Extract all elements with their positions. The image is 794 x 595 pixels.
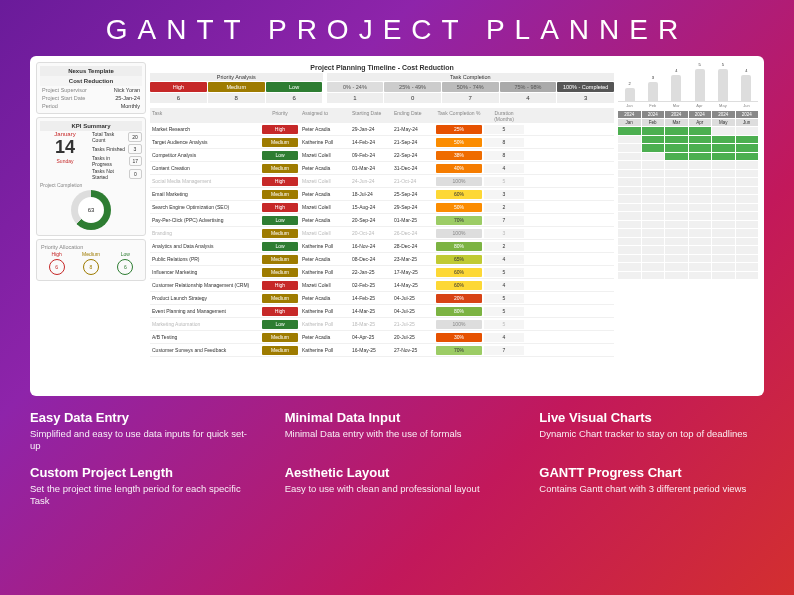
gantt-year[interactable]: 2024 — [642, 111, 665, 118]
feature-item: GANTT Progress ChartContains Gantt chart… — [539, 465, 764, 508]
table-row[interactable]: Target Audience AnalysisMediumKatherine … — [150, 136, 614, 149]
tc-2[interactable]: 50% - 74% — [442, 82, 499, 92]
chart-label: Mar — [673, 103, 680, 108]
col-completion[interactable]: Task Completion % — [434, 108, 484, 123]
template-info: Nexus Template Cost Reduction Project Su… — [36, 62, 146, 114]
table-row[interactable]: Search Engine Optimization (SEO)HighMaze… — [150, 201, 614, 214]
period-label: Period — [42, 103, 58, 109]
gantt-month[interactable]: Apr — [689, 119, 712, 126]
gantt-year[interactable]: 2024 — [665, 111, 688, 118]
gantt-row — [618, 238, 758, 246]
tc-4[interactable]: 100% - Completed — [557, 82, 614, 92]
pa-c1: 8 — [208, 93, 265, 103]
table-row[interactable]: BrandingMediumMazeti Colell20-Oct-2426-D… — [150, 227, 614, 240]
period-value[interactable]: Monthly — [121, 103, 140, 109]
col-priority[interactable]: Priority — [260, 108, 300, 123]
table-row[interactable]: Market ResearchHighPeter Acadia29-Jan-24… — [150, 123, 614, 136]
gantt-row — [618, 153, 758, 161]
chart-bar: 5 — [718, 69, 728, 102]
table-row[interactable]: Social Media ManagementHighMazeti Colell… — [150, 175, 614, 188]
gantt-row — [618, 229, 758, 237]
kpi-summary: KPI Summary January 14 Sunday Total Task… — [36, 117, 146, 236]
gantt-month[interactable]: Jun — [736, 119, 759, 126]
col-end[interactable]: Ending Date — [392, 108, 434, 123]
tcc-2: 7 — [442, 93, 499, 103]
feature-item: Custom Project LengthSet the project tim… — [30, 465, 255, 508]
task-completion-title: Task Completion — [327, 73, 615, 81]
feature-item: Live Visual ChartsDynamic Chart tracker … — [539, 410, 764, 453]
col-task[interactable]: Task — [150, 108, 260, 123]
prio-item: High6 — [49, 251, 65, 277]
task-table: Task Priority Assigned to Starting Date … — [150, 108, 614, 390]
month-chart: 234554 — [618, 62, 758, 102]
gantt-row — [618, 144, 758, 152]
table-row[interactable]: Event Planning and ManagementHighKatheri… — [150, 305, 614, 318]
tc-0[interactable]: 0% - 24% — [327, 82, 384, 92]
table-row[interactable]: Influencer MarketingMediumKatherine Poll… — [150, 266, 614, 279]
tcc-0: 1 — [327, 93, 384, 103]
page-title: GANTT PROJECT PLANNER — [30, 14, 764, 46]
chart-bar: 4 — [671, 75, 681, 101]
gantt-month[interactable]: Feb — [642, 119, 665, 126]
prio-item: Medium8 — [82, 251, 100, 277]
pa-low[interactable]: Low — [266, 82, 323, 92]
gantt-row — [618, 170, 758, 178]
gantt-month[interactable]: May — [712, 119, 735, 126]
start-value[interactable]: 25-Jan-24 — [115, 95, 140, 101]
tc-3[interactable]: 75% - 98% — [500, 82, 557, 92]
gantt-year[interactable]: 2024 — [736, 111, 759, 118]
chart-bar: 2 — [625, 88, 635, 101]
gantt-row — [618, 204, 758, 212]
gantt-month[interactable]: Jan — [618, 119, 641, 126]
table-row[interactable]: Marketing AutomationLowKatherine Poll18-… — [150, 318, 614, 331]
feature-item: Aesthetic LayoutEasy to use with clean a… — [285, 465, 510, 508]
gantt-row — [618, 212, 758, 220]
kpi-item: Tasks in Progress17 — [92, 155, 142, 167]
priority-allocation: Priority Allocation High6Medium8Low6 — [36, 239, 146, 281]
gantt-year[interactable]: 2024 — [618, 111, 641, 118]
gantt-chart: 202420242024202420242024 JanFebMarAprMay… — [618, 111, 758, 279]
gantt-row — [618, 195, 758, 203]
gantt-year[interactable]: 2024 — [712, 111, 735, 118]
tc-1[interactable]: 25% - 49% — [384, 82, 441, 92]
table-row[interactable]: Customer Surveys and FeedbackMediumKathe… — [150, 344, 614, 357]
col-duration[interactable]: Duration (Months) — [484, 108, 524, 123]
chart-label: Feb — [649, 103, 656, 108]
completion-donut — [71, 190, 111, 230]
table-row[interactable]: Customer Relationship Management (CRM)Hi… — [150, 279, 614, 292]
gantt-row — [618, 127, 758, 135]
kpi-dow: Sunday — [40, 158, 90, 164]
start-label: Project Start Date — [42, 95, 85, 101]
chart-label: Jan — [626, 103, 632, 108]
gantt-row — [618, 272, 758, 280]
pa-med[interactable]: Medium — [208, 82, 265, 92]
kpi-day: 14 — [40, 137, 90, 158]
gantt-month[interactable]: Mar — [665, 119, 688, 126]
pa-high[interactable]: High — [150, 82, 207, 92]
feature-item: Minimal Data InputMinimal Data entry wit… — [285, 410, 510, 453]
gantt-year[interactable]: 2024 — [689, 111, 712, 118]
table-row[interactable]: Public Relations (PR)MediumPeter Acadia0… — [150, 253, 614, 266]
kpi-item: Tasks Finished3 — [92, 144, 142, 154]
col-assigned[interactable]: Assigned to — [300, 108, 350, 123]
pa-c2: 6 — [266, 93, 323, 103]
table-row[interactable]: Content CreationMediumPeter Acadia01-Mar… — [150, 162, 614, 175]
col-start[interactable]: Starting Date — [350, 108, 392, 123]
gantt-row — [618, 263, 758, 271]
gantt-row — [618, 178, 758, 186]
chart-label: May — [719, 103, 727, 108]
gantt-row — [618, 136, 758, 144]
chart-label: Jun — [743, 103, 749, 108]
kpi-item: Tasks Not Started0 — [92, 168, 142, 180]
table-row[interactable]: Competitor AnalysisLowMazeti Colell09-Fe… — [150, 149, 614, 162]
table-row[interactable]: Email MarketingMediumPeter Acadia18-Jul-… — [150, 188, 614, 201]
gantt-row — [618, 161, 758, 169]
chart-bar: 4 — [741, 75, 751, 101]
supervisor-value[interactable]: Nick Yoran — [114, 87, 140, 93]
table-row[interactable]: A/B TestingMediumPeter Acadia04-Apr-2520… — [150, 331, 614, 344]
table-row[interactable]: Analytics and Data AnalysisLowKatherine … — [150, 240, 614, 253]
table-row[interactable]: Pay-Per-Click (PPC) AdvertisingLowPeter … — [150, 214, 614, 227]
table-row[interactable]: Product Launch StrategyMediumPeter Acadi… — [150, 292, 614, 305]
priority-analysis-title: Priority Analysis — [150, 73, 323, 81]
tcc-1: 0 — [384, 93, 441, 103]
